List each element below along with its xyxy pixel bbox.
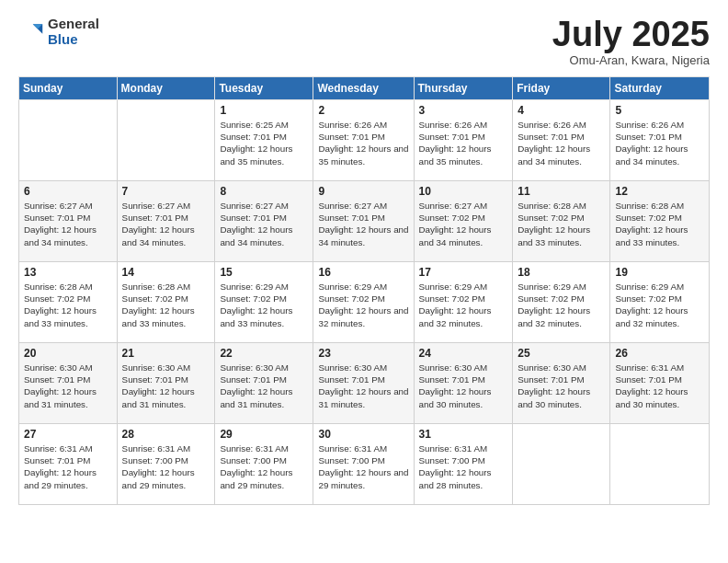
calendar-cell (117, 100, 215, 181)
day-info: Sunrise: 6:31 AMSunset: 7:00 PMDaylight:… (220, 442, 308, 491)
calendar-table: Sunday Monday Tuesday Wednesday Thursday… (18, 76, 710, 505)
calendar-cell (513, 424, 610, 505)
day-info: Sunrise: 6:31 AMSunset: 7:01 PMDaylight:… (615, 362, 704, 410)
calendar-cell: 13Sunrise: 6:28 AMSunset: 7:02 PMDayligh… (19, 262, 118, 343)
calendar-cell: 27Sunrise: 6:31 AMSunset: 7:01 PMDayligh… (19, 424, 118, 505)
day-info: Sunrise: 6:26 AMSunset: 7:01 PMDaylight:… (419, 119, 508, 167)
calendar-cell: 15Sunrise: 6:29 AMSunset: 7:02 PMDayligh… (215, 262, 313, 343)
day-info: Sunrise: 6:31 AMSunset: 7:01 PMDaylight:… (24, 442, 112, 491)
day-number: 23 (318, 347, 408, 360)
calendar-week-5: 27Sunrise: 6:31 AMSunset: 7:01 PMDayligh… (19, 424, 710, 505)
day-number: 12 (615, 185, 704, 198)
col-friday: Friday (513, 77, 610, 100)
calendar-cell: 12Sunrise: 6:28 AMSunset: 7:02 PMDayligh… (610, 181, 710, 262)
logo-blue: Blue (48, 32, 99, 48)
calendar-cell: 31Sunrise: 6:31 AMSunset: 7:00 PMDayligh… (414, 424, 513, 505)
calendar-cell: 11Sunrise: 6:28 AMSunset: 7:02 PMDayligh… (513, 181, 610, 262)
day-info: Sunrise: 6:26 AMSunset: 7:01 PMDaylight:… (615, 119, 704, 167)
day-number: 24 (419, 347, 508, 360)
day-number: 22 (220, 347, 308, 360)
day-number: 3 (419, 104, 508, 117)
day-info: Sunrise: 6:28 AMSunset: 7:02 PMDaylight:… (122, 281, 210, 329)
day-number: 28 (122, 428, 210, 441)
day-number: 26 (615, 347, 704, 360)
day-info: Sunrise: 6:29 AMSunset: 7:02 PMDaylight:… (318, 281, 408, 329)
calendar-cell: 28Sunrise: 6:31 AMSunset: 7:00 PMDayligh… (117, 424, 215, 505)
day-number: 20 (24, 347, 112, 360)
svg-rect-0 (18, 19, 44, 45)
calendar-body: 1Sunrise: 6:25 AMSunset: 7:01 PMDaylight… (19, 100, 710, 505)
day-number: 7 (122, 185, 210, 198)
page-header: General Blue July 2025 Omu-Aran, Kwara, … (18, 17, 710, 67)
day-number: 14 (122, 266, 210, 279)
calendar-cell: 7Sunrise: 6:27 AMSunset: 7:01 PMDaylight… (117, 181, 215, 262)
col-monday: Monday (117, 77, 215, 100)
day-info: Sunrise: 6:27 AMSunset: 7:01 PMDaylight:… (220, 200, 308, 248)
calendar-header: Sunday Monday Tuesday Wednesday Thursday… (19, 77, 710, 100)
col-thursday: Thursday (414, 77, 513, 100)
calendar-cell: 23Sunrise: 6:30 AMSunset: 7:01 PMDayligh… (313, 343, 414, 424)
day-number: 29 (220, 428, 308, 441)
day-number: 15 (220, 266, 308, 279)
calendar-cell: 17Sunrise: 6:29 AMSunset: 7:02 PMDayligh… (414, 262, 513, 343)
calendar-cell: 5Sunrise: 6:26 AMSunset: 7:01 PMDaylight… (610, 100, 710, 181)
day-info: Sunrise: 6:27 AMSunset: 7:02 PMDaylight:… (419, 200, 508, 248)
day-info: Sunrise: 6:31 AMSunset: 7:00 PMDaylight:… (318, 442, 408, 491)
col-sunday: Sunday (19, 77, 118, 100)
day-number: 31 (419, 428, 508, 441)
day-number: 21 (122, 347, 210, 360)
day-number: 19 (615, 266, 704, 279)
day-number: 8 (220, 185, 308, 198)
calendar-cell: 20Sunrise: 6:30 AMSunset: 7:01 PMDayligh… (19, 343, 118, 424)
month-title: July 2025 (552, 17, 710, 52)
day-number: 11 (518, 185, 605, 198)
calendar-cell: 8Sunrise: 6:27 AMSunset: 7:01 PMDaylight… (215, 181, 313, 262)
day-number: 27 (24, 428, 112, 441)
day-info: Sunrise: 6:29 AMSunset: 7:02 PMDaylight:… (220, 281, 308, 329)
calendar-cell (610, 424, 710, 505)
day-number: 18 (518, 266, 605, 279)
day-info: Sunrise: 6:29 AMSunset: 7:02 PMDaylight:… (419, 281, 508, 329)
day-info: Sunrise: 6:30 AMSunset: 7:01 PMDaylight:… (220, 362, 308, 410)
col-saturday: Saturday (610, 77, 710, 100)
day-number: 25 (518, 347, 605, 360)
day-number: 13 (24, 266, 112, 279)
day-number: 5 (615, 104, 704, 117)
day-info: Sunrise: 6:26 AMSunset: 7:01 PMDaylight:… (518, 119, 605, 167)
day-number: 2 (318, 104, 408, 117)
day-info: Sunrise: 6:28 AMSunset: 7:02 PMDaylight:… (518, 200, 605, 248)
day-info: Sunrise: 6:25 AMSunset: 7:01 PMDaylight:… (220, 119, 308, 167)
col-tuesday: Tuesday (215, 77, 313, 100)
day-number: 17 (419, 266, 508, 279)
calendar-cell (19, 100, 118, 181)
day-info: Sunrise: 6:30 AMSunset: 7:01 PMDaylight:… (122, 362, 210, 410)
day-number: 4 (518, 104, 605, 117)
day-number: 10 (419, 185, 508, 198)
calendar-cell: 16Sunrise: 6:29 AMSunset: 7:02 PMDayligh… (313, 262, 414, 343)
day-info: Sunrise: 6:31 AMSunset: 7:00 PMDaylight:… (419, 442, 508, 491)
calendar-cell: 14Sunrise: 6:28 AMSunset: 7:02 PMDayligh… (117, 262, 215, 343)
day-info: Sunrise: 6:30 AMSunset: 7:01 PMDaylight:… (24, 362, 112, 410)
day-number: 16 (318, 266, 408, 279)
calendar-week-2: 6Sunrise: 6:27 AMSunset: 7:01 PMDaylight… (19, 181, 710, 262)
logo-general: General (48, 17, 99, 32)
calendar-week-3: 13Sunrise: 6:28 AMSunset: 7:02 PMDayligh… (19, 262, 710, 343)
day-info: Sunrise: 6:29 AMSunset: 7:02 PMDaylight:… (615, 281, 704, 329)
calendar-cell: 18Sunrise: 6:29 AMSunset: 7:02 PMDayligh… (513, 262, 610, 343)
day-info: Sunrise: 6:27 AMSunset: 7:01 PMDaylight:… (318, 200, 408, 248)
col-wednesday: Wednesday (313, 77, 414, 100)
calendar-cell: 26Sunrise: 6:31 AMSunset: 7:01 PMDayligh… (610, 343, 710, 424)
calendar-cell: 24Sunrise: 6:30 AMSunset: 7:01 PMDayligh… (414, 343, 513, 424)
day-number: 1 (220, 104, 308, 117)
calendar-cell: 30Sunrise: 6:31 AMSunset: 7:00 PMDayligh… (313, 424, 414, 505)
day-info: Sunrise: 6:30 AMSunset: 7:01 PMDaylight:… (318, 362, 408, 410)
day-info: Sunrise: 6:31 AMSunset: 7:00 PMDaylight:… (122, 442, 210, 491)
calendar-cell: 6Sunrise: 6:27 AMSunset: 7:01 PMDaylight… (19, 181, 118, 262)
day-number: 9 (318, 185, 408, 198)
logo-text: General Blue (48, 17, 99, 47)
day-number: 6 (24, 185, 112, 198)
location: Omu-Aran, Kwara, Nigeria (552, 53, 710, 67)
calendar-week-1: 1Sunrise: 6:25 AMSunset: 7:01 PMDaylight… (19, 100, 710, 181)
calendar-cell: 9Sunrise: 6:27 AMSunset: 7:01 PMDaylight… (313, 181, 414, 262)
day-info: Sunrise: 6:27 AMSunset: 7:01 PMDaylight:… (24, 200, 112, 248)
